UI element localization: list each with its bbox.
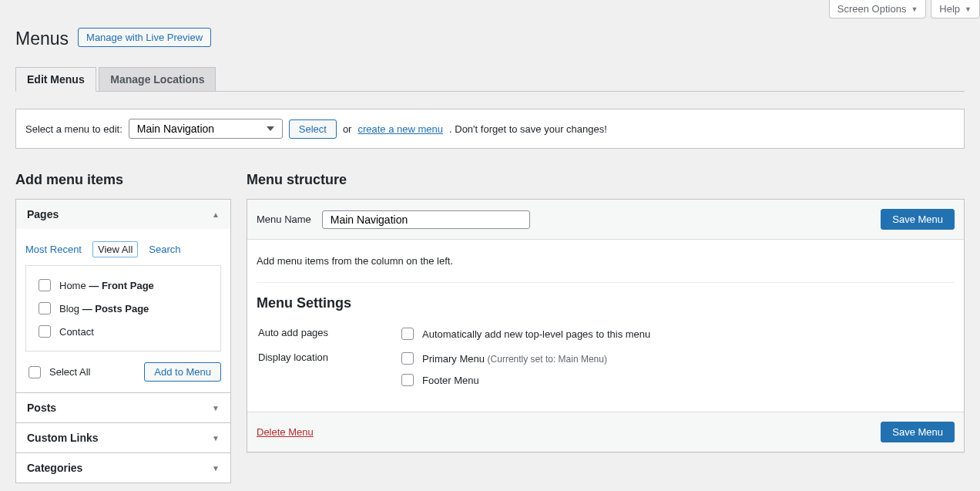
- accordion-pages: Pages ▲ Most Recent View All Search H: [16, 200, 230, 392]
- manage-live-preview-button[interactable]: Manage with Live Preview: [78, 28, 211, 47]
- location-primary-note: (Currently set to: Main Menu): [488, 354, 607, 365]
- empty-menu-hint: Add menu items from the column on the le…: [257, 255, 955, 267]
- accordion-categories-title: Categories: [27, 462, 82, 474]
- save-menu-button-top[interactable]: Save Menu: [881, 209, 955, 230]
- page-label: Contact: [59, 326, 94, 338]
- create-new-menu-link[interactable]: create a new menu: [357, 123, 443, 135]
- accordion-posts-title: Posts: [27, 402, 56, 414]
- list-item[interactable]: Blog — Posts Page: [35, 297, 211, 320]
- accordion-custom-links: Custom Links ▼: [16, 422, 230, 452]
- location-primary-checkbox[interactable]: [401, 352, 414, 365]
- menu-settings-table: Auto add pages Automatically add new top…: [257, 321, 955, 393]
- auto-add-text: Automatically add new top-level pages to…: [422, 328, 650, 340]
- location-footer[interactable]: Footer Menu: [398, 372, 953, 388]
- help-button[interactable]: Help ▼: [931, 0, 980, 18]
- save-menu-button-bottom[interactable]: Save Menu: [881, 422, 955, 442]
- pages-tab-view-all[interactable]: View All: [92, 241, 138, 257]
- page-checkbox[interactable]: [39, 302, 51, 314]
- add-items-accordion: Pages ▲ Most Recent View All Search H: [15, 199, 231, 483]
- chevron-down-icon: ▼: [965, 5, 972, 13]
- accordion-posts: Posts ▼: [16, 392, 230, 422]
- pages-filter-tabs: Most Recent View All Search: [25, 241, 221, 257]
- chevron-down-icon: ▼: [212, 404, 220, 412]
- select-all-text: Select All: [49, 366, 90, 378]
- pages-list: Home — Front Page Blog — Posts Page Cont…: [25, 265, 221, 351]
- auto-add-checkbox[interactable]: [401, 328, 414, 340]
- location-footer-text: Footer Menu: [422, 375, 479, 386]
- menu-select-label: Select a menu to edit:: [25, 123, 123, 135]
- menu-select[interactable]: Main Navigation: [129, 119, 283, 139]
- page-label: Blog: [59, 303, 79, 314]
- auto-add-label: Auto add pages: [258, 322, 397, 345]
- chevron-up-icon: ▲: [212, 210, 220, 219]
- chevron-down-icon: ▼: [212, 434, 220, 442]
- accordion-pages-title: Pages: [27, 208, 59, 220]
- or-text: or: [343, 123, 352, 135]
- screen-options-button[interactable]: Screen Options ▼: [829, 0, 927, 18]
- accordion-custom-links-title: Custom Links: [27, 432, 99, 444]
- location-footer-checkbox[interactable]: [401, 374, 414, 386]
- menu-edit-panel: Menu Name Save Menu Add menu items from …: [247, 199, 965, 452]
- menu-name-label: Menu Name: [257, 214, 311, 225]
- accordion-posts-header[interactable]: Posts ▼: [16, 393, 230, 422]
- accordion-categories-header[interactable]: Categories ▼: [16, 453, 230, 483]
- page-suffix: — Front Page: [86, 280, 154, 291]
- divider: [257, 282, 955, 283]
- add-to-menu-button[interactable]: Add to Menu: [144, 362, 221, 382]
- display-location-label: Display location: [258, 347, 397, 392]
- tab-manage-locations[interactable]: Manage Locations: [99, 67, 216, 91]
- accordion-categories: Categories ▼: [16, 452, 230, 483]
- auto-add-option[interactable]: Automatically add new top-level pages to…: [398, 325, 953, 342]
- location-primary[interactable]: Primary Menu (Currently set to: Main Men…: [398, 350, 953, 367]
- menu-settings-heading: Menu Settings: [257, 295, 955, 311]
- pages-tab-recent[interactable]: Most Recent: [25, 244, 82, 255]
- select-all-label[interactable]: Select All: [25, 364, 90, 381]
- page-suffix: — Posts Page: [79, 303, 149, 314]
- help-label: Help: [939, 3, 960, 15]
- chevron-down-icon: ▼: [212, 464, 220, 473]
- page-title: Menus: [15, 22, 69, 52]
- list-item[interactable]: Home — Front Page: [35, 274, 211, 297]
- chevron-down-icon: ▼: [911, 5, 918, 13]
- location-primary-text: Primary Menu: [422, 353, 485, 365]
- select-button[interactable]: Select: [289, 119, 337, 139]
- nav-tabs: Edit Menus Manage Locations: [15, 66, 965, 92]
- accordion-pages-header[interactable]: Pages ▲: [16, 200, 230, 229]
- menu-name-input[interactable]: [322, 210, 530, 229]
- select-all-checkbox[interactable]: [29, 366, 41, 378]
- accordion-custom-links-header[interactable]: Custom Links ▼: [16, 423, 230, 452]
- menu-structure-heading: Menu structure: [247, 172, 965, 188]
- delete-menu-link[interactable]: Delete Menu: [257, 426, 314, 438]
- reminder-text: . Don't forget to save your changes!: [449, 123, 607, 135]
- pages-tab-search[interactable]: Search: [149, 244, 180, 255]
- menu-select-row: Select a menu to edit: Main Navigation S…: [15, 109, 965, 149]
- list-item[interactable]: Contact: [35, 320, 211, 343]
- screen-options-label: Screen Options: [837, 3, 907, 15]
- add-menu-items-heading: Add menu items: [15, 172, 231, 188]
- page-label: Home: [59, 280, 86, 291]
- tab-edit-menus[interactable]: Edit Menus: [15, 67, 96, 92]
- page-checkbox[interactable]: [39, 325, 51, 338]
- page-checkbox[interactable]: [39, 279, 51, 291]
